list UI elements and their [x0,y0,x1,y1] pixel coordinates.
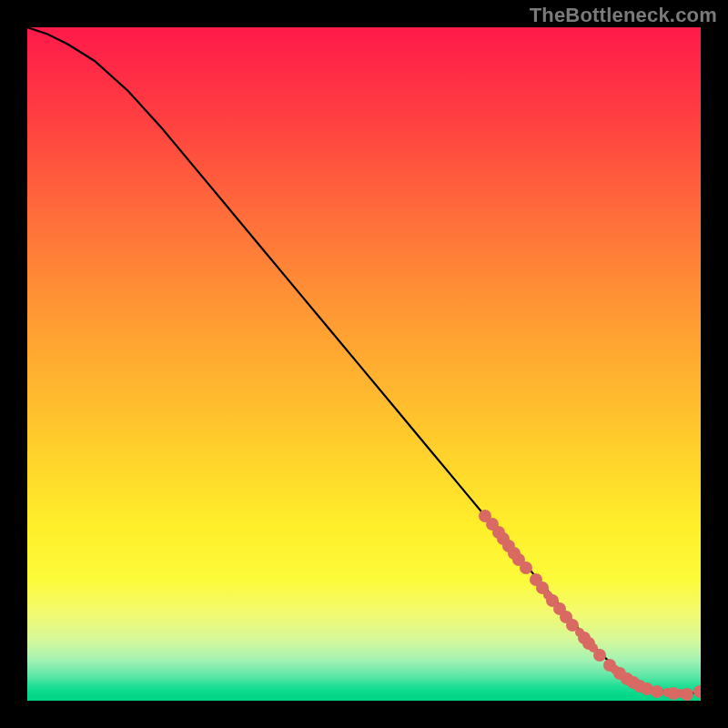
watermark-text: TheBottleneck.com [530,4,717,27]
data-marker [651,685,663,698]
data-marker [693,685,701,698]
plot-area [27,27,701,701]
line-curve [27,27,701,701]
chart-stage: TheBottleneck.com [0,0,728,728]
data-marker [593,649,606,662]
data-marker [681,688,693,701]
data-marker [520,561,532,574]
